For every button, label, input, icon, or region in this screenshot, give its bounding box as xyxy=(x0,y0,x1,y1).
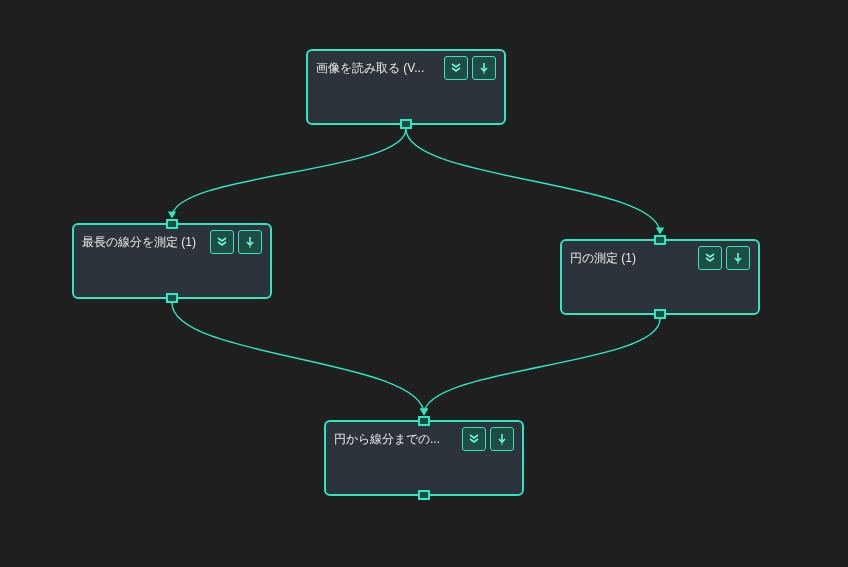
flow-canvas[interactable]: 画像を読み取る (V...最長の線分を測定 (1)円の測定 (1)円から線分まで… xyxy=(0,0,848,567)
node-header: 画像を読み取る (V... xyxy=(316,55,496,81)
node-input-port[interactable] xyxy=(166,219,178,229)
node-header: 円の測定 (1) xyxy=(570,245,750,271)
node-input-port[interactable] xyxy=(654,235,666,245)
download-icon[interactable] xyxy=(238,230,262,254)
node-buttons xyxy=(210,230,262,254)
node-output-port[interactable] xyxy=(654,309,666,319)
node-header: 最長の線分を測定 (1) xyxy=(82,229,262,255)
node-title: 円から線分までの... xyxy=(334,431,440,448)
flow-node[interactable]: 最長の線分を測定 (1) xyxy=(72,223,272,299)
svg-point-0 xyxy=(483,72,485,74)
expand-down-icon[interactable] xyxy=(210,230,234,254)
node-title: 円の測定 (1) xyxy=(570,250,636,267)
flow-node[interactable]: 画像を読み取る (V... xyxy=(306,49,506,125)
node-header: 円から線分までの... xyxy=(334,426,514,452)
node-buttons xyxy=(444,56,496,80)
node-buttons xyxy=(698,246,750,270)
flow-edge xyxy=(172,129,406,217)
expand-down-icon[interactable] xyxy=(462,427,486,451)
svg-point-2 xyxy=(737,262,739,264)
node-input-port[interactable] xyxy=(418,416,430,426)
flow-node[interactable]: 円から線分までの... xyxy=(324,420,524,496)
download-icon[interactable] xyxy=(472,56,496,80)
node-title: 最長の線分を測定 (1) xyxy=(82,234,196,251)
svg-point-3 xyxy=(501,443,503,445)
flow-node[interactable]: 円の測定 (1) xyxy=(560,239,760,315)
download-icon[interactable] xyxy=(726,246,750,270)
node-output-port[interactable] xyxy=(418,490,430,500)
node-output-port[interactable] xyxy=(400,119,412,129)
flow-edge xyxy=(406,129,660,233)
svg-point-1 xyxy=(249,246,251,248)
flow-edge xyxy=(424,319,660,414)
node-title: 画像を読み取る (V... xyxy=(316,60,424,77)
flow-edge xyxy=(172,303,424,414)
expand-down-icon[interactable] xyxy=(698,246,722,270)
node-buttons xyxy=(462,427,514,451)
expand-down-icon[interactable] xyxy=(444,56,468,80)
download-icon[interactable] xyxy=(490,427,514,451)
node-output-port[interactable] xyxy=(166,293,178,303)
